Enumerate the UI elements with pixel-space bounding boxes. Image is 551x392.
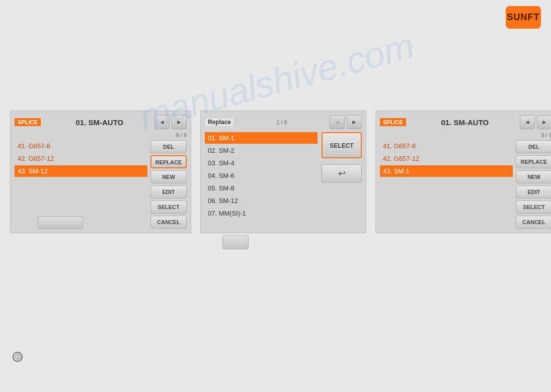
list-item[interactable]: 43. SM-12	[15, 165, 147, 177]
replace-header: Replace 1 / 6 ◄ ►	[205, 115, 362, 129]
right-new-button[interactable]: NEW	[516, 170, 551, 183]
logo-text: SUNFT	[507, 12, 540, 23]
left-panel-header: SPLICE 01. SM-AUTO ◄ ►	[15, 115, 187, 129]
list-item[interactable]: 06. SM-12	[205, 195, 318, 207]
right-list-area: 41. G657-8 42. G657-12 43. SM-1	[380, 140, 513, 229]
replace-back-button[interactable]: ↩	[322, 164, 362, 182]
bottom-button-center[interactable]	[222, 235, 249, 249]
left-edit-button[interactable]: EDIT	[150, 185, 187, 199]
left-splice-main: 41. G657-8 42. G657-12 43. SM-12 DEL REP…	[15, 140, 187, 229]
replace-main: 01. SM-1 02. SM-2 03. SM-4 04. SM-6 05. …	[205, 132, 362, 220]
right-panel-header: SPLICE 01. SM-AUTO ◄ ►	[380, 115, 551, 129]
replace-nav-prev[interactable]: ◄	[330, 115, 345, 129]
right-nav-next[interactable]: ►	[537, 115, 551, 129]
left-replace-button[interactable]: REPLACE	[150, 155, 187, 168]
left-panel-label: SPLICE	[15, 118, 41, 126]
replace-page-count: 1 / 6	[276, 119, 287, 125]
right-splice-panel: SPLICE 01. SM-AUTO ◄ ► 9 / 9 41. G657-8 …	[375, 111, 551, 233]
left-nav-prev[interactable]: ◄	[154, 115, 170, 129]
logo: SUNFT	[506, 6, 541, 29]
list-item[interactable]: 43. SM-1	[380, 165, 513, 177]
list-item[interactable]: 05. SM-8	[205, 182, 318, 194]
left-select-button[interactable]: SELECT	[150, 201, 187, 214]
left-panel-title: 01. SM-AUTO	[45, 118, 154, 127]
list-item[interactable]: 41. G657-8	[380, 140, 513, 152]
info-icon: ⓘ	[13, 352, 23, 362]
right-del-button[interactable]: DEL	[516, 140, 551, 153]
list-item[interactable]: 41. G657-8	[15, 140, 147, 152]
left-splice-panel: SPLICE 01. SM-AUTO ◄ ► 9 / 9 41. G657-8 …	[10, 111, 191, 233]
left-nav-next[interactable]: ►	[172, 115, 187, 129]
list-item[interactable]: 07. MM(SI)-1	[205, 208, 318, 219]
right-splice-main: 41. G657-8 42. G657-12 43. SM-1 DEL REPL…	[380, 140, 551, 229]
right-action-buttons: DEL REPLACE NEW EDIT SELECT CANCEL	[516, 140, 551, 229]
right-panel-title: 01. SM-AUTO	[410, 118, 520, 127]
replace-list-area: 01. SM-1 02. SM-2 03. SM-4 04. SM-6 05. …	[205, 132, 318, 220]
right-page-count: 9 / 9	[380, 132, 551, 138]
left-nav-buttons: ◄ ►	[154, 115, 187, 129]
right-replace-button[interactable]: REPLACE	[516, 155, 551, 168]
right-select-button[interactable]: SELECT	[516, 201, 551, 214]
bottom-button-left[interactable]	[38, 216, 83, 229]
right-cancel-button[interactable]: CANCEL	[516, 216, 551, 229]
replace-panel: Replace 1 / 6 ◄ ► 01. SM-1 02. SM-2 03. …	[200, 111, 366, 233]
panels-container: SPLICE 01. SM-AUTO ◄ ► 9 / 9 41. G657-8 …	[10, 111, 551, 233]
right-panel-label: SPLICE	[380, 118, 406, 126]
left-page-count: 9 / 9	[15, 132, 187, 138]
replace-nav-buttons: ◄ ►	[330, 115, 362, 129]
left-cancel-button[interactable]: CANCEL	[150, 216, 187, 229]
list-item[interactable]: 02. SM-2	[205, 145, 318, 156]
list-item[interactable]: 04. SM-6	[205, 170, 318, 181]
list-item[interactable]: 01. SM-1	[205, 132, 318, 144]
replace-label: Replace	[205, 118, 234, 127]
list-item[interactable]: 42. G657-12	[380, 153, 513, 164]
list-item[interactable]: 03. SM-4	[205, 157, 318, 169]
left-action-buttons: DEL REPLACE NEW EDIT SELECT CANCEL	[150, 140, 187, 229]
left-new-button[interactable]: NEW	[150, 170, 187, 183]
replace-select-button[interactable]: SELECT	[322, 132, 362, 158]
right-nav-buttons: ◄ ►	[520, 115, 551, 129]
left-list-area: 41. G657-8 42. G657-12 43. SM-12	[15, 140, 147, 229]
right-nav-prev[interactable]: ◄	[520, 115, 535, 129]
list-item[interactable]: 42. G657-12	[15, 153, 147, 164]
right-edit-button[interactable]: EDIT	[516, 185, 551, 199]
left-del-button[interactable]: DEL	[150, 140, 187, 153]
replace-nav-next[interactable]: ►	[347, 115, 362, 129]
replace-actions: SELECT ↩	[322, 132, 362, 220]
